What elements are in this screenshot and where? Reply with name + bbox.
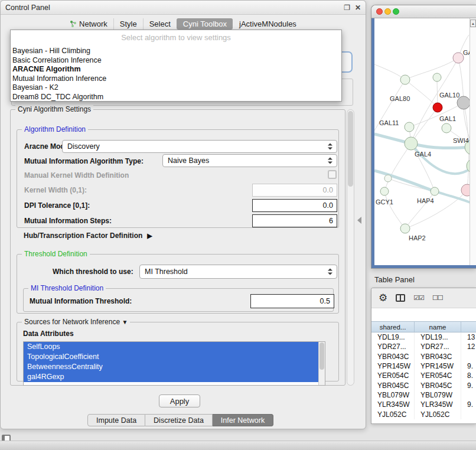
algorithm-option[interactable]: Basic Correlation Inference xyxy=(11,56,341,66)
table-cell: YDL19... xyxy=(371,332,415,342)
network-node[interactable] xyxy=(453,53,464,63)
table-cell: YBR045C xyxy=(415,380,461,390)
table-row[interactable]: YDR27...YDR27...12 xyxy=(371,342,476,351)
tab-infer-network[interactable]: Infer Network xyxy=(213,414,273,426)
scrollbar-up-arrow-icon[interactable]: ▲ xyxy=(470,19,476,27)
attributes-scrollbar-thumb[interactable] xyxy=(319,343,324,370)
minimize-traffic-light-icon[interactable] xyxy=(384,8,391,15)
table-header-row: shared...name xyxy=(371,321,476,332)
tab-jactivemodules[interactable]: jActiveMNodules xyxy=(233,18,302,30)
network-node[interactable] xyxy=(400,75,410,84)
network-node[interactable] xyxy=(405,137,418,150)
deselect-all-icon[interactable]: ☐☐ xyxy=(432,294,443,302)
table-row[interactable]: YBR045CYBR045C9. xyxy=(371,380,476,390)
zoom-traffic-light-icon[interactable] xyxy=(393,8,399,15)
tab-network[interactable]: Network xyxy=(64,18,113,30)
table-row[interactable]: YJL052CYJL052C xyxy=(371,409,476,419)
attribute-list-item[interactable]: BetweennessCentrality xyxy=(24,362,318,372)
tab-jactivemodules-label: jActiveMNodules xyxy=(239,19,296,28)
network-node[interactable] xyxy=(442,123,451,133)
algorithm-option[interactable]: Mutual Information Inference xyxy=(11,74,341,84)
dpi-tolerance-input[interactable] xyxy=(252,199,337,212)
network-edge[interactable] xyxy=(405,80,438,107)
algorithm-option[interactable]: ARACNE Algorithm xyxy=(11,65,341,74)
network-node[interactable] xyxy=(405,122,414,132)
network-edge[interactable] xyxy=(411,144,470,148)
control-panel-title: Control Panel xyxy=(5,4,50,12)
panel-splitter-handle-icon[interactable] xyxy=(357,217,361,224)
tab-select-label: Select xyxy=(149,19,171,28)
table-row[interactable]: YLR345WYLR345W9. xyxy=(371,400,476,409)
network-node[interactable] xyxy=(431,187,439,195)
attributes-scrollbar[interactable] xyxy=(318,342,325,385)
network-node[interactable] xyxy=(433,103,442,112)
network-canvas[interactable]: GALGAL80GAL10GAL11GAL1SWI4GAL4GCY1HAP4YH… xyxy=(371,18,476,268)
network-vertical-scrollbar[interactable]: ▲ xyxy=(470,18,476,265)
close-traffic-light-icon[interactable] xyxy=(376,8,383,15)
network-node[interactable] xyxy=(384,175,392,182)
table-cell: YDL19... xyxy=(415,332,461,342)
aracne-mode-select[interactable]: Discovery xyxy=(62,140,337,153)
settings-scrollbar[interactable] xyxy=(347,109,354,386)
mi-threshold-group: MI Threshold Definition Mutual Informati… xyxy=(23,288,334,312)
network-node[interactable] xyxy=(433,73,441,81)
table-cell: YPR145W xyxy=(371,361,415,371)
network-node[interactable] xyxy=(400,224,410,233)
table-row[interactable]: YDL19...YDL19...13 xyxy=(371,332,476,342)
tab-select[interactable]: Select xyxy=(143,18,177,30)
attribute-list-item[interactable]: SelfLoops xyxy=(24,342,318,352)
gear-icon[interactable]: ⚙ xyxy=(379,293,387,303)
network-edge[interactable] xyxy=(405,58,458,80)
column-header[interactable] xyxy=(461,322,476,332)
table-row[interactable]: YBR043CYBR043C xyxy=(371,352,476,361)
column-header[interactable]: name xyxy=(415,322,461,332)
manual-kernel-checkbox[interactable] xyxy=(328,170,337,179)
table-row[interactable]: YER054CYER054C8. xyxy=(371,371,476,380)
tab-impute-data[interactable]: Impute Data xyxy=(87,414,145,426)
control-panel-titlebar: Control Panel ❐ ✕ xyxy=(1,1,366,15)
column-header[interactable]: shared... xyxy=(371,322,415,332)
close-icon[interactable]: ✕ xyxy=(355,4,361,12)
network-edge[interactable] xyxy=(384,144,411,191)
attribute-list-item[interactable]: TopologicalCoefficient xyxy=(24,352,318,362)
tab-discretize-data[interactable]: Discretize Data xyxy=(145,414,213,426)
table-row[interactable]: YBL079WYBL079W xyxy=(371,390,476,400)
column-selector-icon[interactable] xyxy=(396,294,405,302)
network-edge[interactable] xyxy=(384,191,405,229)
mi-steps-input[interactable] xyxy=(252,214,337,227)
window-controls: ❐ ✕ xyxy=(344,4,361,12)
float-window-icon[interactable]: ❐ xyxy=(344,4,350,12)
attribute-list-item[interactable]: gal4RGexp xyxy=(24,372,318,382)
network-window-titlebar xyxy=(371,5,476,18)
algorithm-option[interactable]: Bayesian - K2 xyxy=(11,83,341,93)
node-label: GAL10 xyxy=(439,92,459,99)
dpi-tolerance-label: DPI Tolerance [0,1]: xyxy=(24,201,90,210)
threshold-definition-group: Threshold Definition Which threshold to … xyxy=(17,254,339,314)
network-node[interactable] xyxy=(380,187,389,195)
mi-threshold-input[interactable] xyxy=(250,294,334,308)
network-edge[interactable] xyxy=(411,58,458,144)
which-threshold-label: Which threshold to use: xyxy=(53,268,133,276)
network-edge[interactable] xyxy=(405,190,467,229)
settings-scrollbar-thumb[interactable] xyxy=(348,111,353,187)
table-row[interactable]: YPR145WYPR145W9. xyxy=(371,361,476,371)
select-all-icon[interactable]: ☑☑ xyxy=(413,294,424,302)
which-threshold-select[interactable]: MI Threshold xyxy=(139,265,337,279)
algorithm-option[interactable]: Bayesian - Hill Climbing xyxy=(11,47,341,56)
settings-group-title: Cyni Algorithm Settings xyxy=(15,105,93,113)
algorithm-definition-title: Algorithm Definition xyxy=(22,125,88,133)
mi-type-select[interactable]: Naive Bayes xyxy=(162,154,337,167)
table-cell xyxy=(461,352,476,361)
network-node[interactable] xyxy=(461,184,470,196)
hub-tf-definition-toggle[interactable]: Hub/Transcription Factor Definition▶ xyxy=(24,231,152,240)
network-graph[interactable]: GALGAL80GAL10GAL11GAL1SWI4GAL4GCY1HAP4YH… xyxy=(374,18,470,266)
kernel-width-input[interactable] xyxy=(252,184,337,197)
tab-cyni-toolbox[interactable]: Cyni Toolbox xyxy=(177,18,233,30)
tab-network-label: Network xyxy=(79,19,107,28)
sources-group-title[interactable]: Sources for Network Inference ▼ xyxy=(22,318,130,326)
apply-button[interactable]: Apply xyxy=(159,394,200,407)
tab-style[interactable]: Style xyxy=(113,18,143,30)
tab-style-label: Style xyxy=(120,19,137,28)
algorithm-option[interactable]: Dream8 DC_TDC Algorithm xyxy=(11,93,341,102)
network-edge[interactable] xyxy=(374,64,405,80)
